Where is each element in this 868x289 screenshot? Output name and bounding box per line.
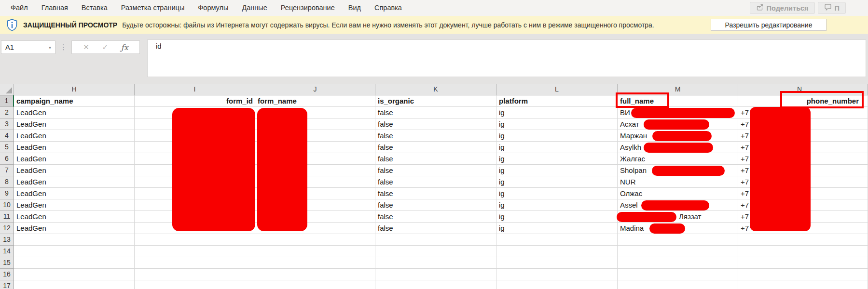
cell-H9[interactable]: LeadGen xyxy=(14,188,135,199)
menu-tab-вставка[interactable]: Вставка xyxy=(75,0,114,16)
cell-J6[interactable] xyxy=(255,153,375,165)
cell-N15[interactable] xyxy=(738,257,861,269)
enter-icon[interactable]: ✓ xyxy=(102,43,109,52)
cell-J2[interactable] xyxy=(255,107,375,118)
cell-I4[interactable] xyxy=(135,130,255,142)
cell-partial-2[interactable] xyxy=(861,107,868,118)
row-header-13[interactable]: 13 xyxy=(0,234,14,246)
cell-I6[interactable] xyxy=(135,153,255,165)
formula-input[interactable]: id xyxy=(147,39,866,77)
cell-H10[interactable]: LeadGen xyxy=(14,199,135,211)
insert-function-icon[interactable]: ƒx xyxy=(121,43,128,52)
cancel-icon[interactable]: ✕ xyxy=(83,43,89,52)
cell-N14[interactable] xyxy=(738,246,861,257)
cell-H16[interactable] xyxy=(14,269,135,280)
cell-L5[interactable]: ig xyxy=(496,142,618,153)
row-header-3[interactable]: 3 xyxy=(0,118,14,130)
cell-L4[interactable]: ig xyxy=(496,130,618,142)
cell-I10[interactable] xyxy=(135,199,255,211)
cell-I9[interactable] xyxy=(135,188,255,199)
cell-L6[interactable]: ig xyxy=(496,153,618,165)
cell-L13[interactable] xyxy=(496,234,618,246)
cell-K12[interactable]: false xyxy=(375,223,496,234)
cell-L8[interactable]: ig xyxy=(496,176,618,188)
cell-H5[interactable]: LeadGen xyxy=(14,142,135,153)
cell-partial-15[interactable] xyxy=(861,257,868,269)
cell-K7[interactable]: false xyxy=(375,165,496,176)
column-header-J[interactable]: J xyxy=(255,84,375,95)
cell-L16[interactable] xyxy=(496,269,618,280)
menu-tab-рецензирование[interactable]: Рецензирование xyxy=(274,0,342,16)
column-header-L[interactable]: L xyxy=(496,84,618,95)
cell-N16[interactable] xyxy=(738,269,861,280)
row-header-7[interactable]: 7 xyxy=(0,165,14,176)
row-header-15[interactable]: 15 xyxy=(0,257,14,269)
cell-K16[interactable] xyxy=(375,269,496,280)
select-all-corner[interactable] xyxy=(0,84,14,95)
cell-K1[interactable]: is_organic xyxy=(375,95,496,107)
cell-N2[interactable]: +7 xyxy=(738,107,861,118)
row-header-8[interactable]: 8 xyxy=(0,176,14,188)
cell-I3[interactable] xyxy=(135,118,255,130)
cell-L12[interactable]: ig xyxy=(496,223,618,234)
cell-J16[interactable] xyxy=(255,269,375,280)
cell-K8[interactable]: false xyxy=(375,176,496,188)
cell-N7[interactable]: +7 xyxy=(738,165,861,176)
cell-N3[interactable]: +7 xyxy=(738,118,861,130)
cell-partial-11[interactable] xyxy=(861,211,868,223)
cell-J15[interactable] xyxy=(255,257,375,269)
cell-K15[interactable] xyxy=(375,257,496,269)
cell-partial-10[interactable] xyxy=(861,199,868,211)
cell-I17[interactable] xyxy=(135,280,255,289)
cell-partial-4[interactable] xyxy=(861,130,868,142)
cell-M16[interactable] xyxy=(618,269,738,280)
cell-L17[interactable] xyxy=(496,280,618,289)
cell-partial-9[interactable] xyxy=(861,188,868,199)
cell-H3[interactable]: LeadGen xyxy=(14,118,135,130)
cell-J12[interactable] xyxy=(255,223,375,234)
cell-L15[interactable] xyxy=(496,257,618,269)
cell-H1[interactable]: campaign_name xyxy=(14,95,135,107)
menu-tab-главная[interactable]: Главная xyxy=(35,0,75,16)
menu-tab-справка[interactable]: Справка xyxy=(368,0,409,16)
row-header-17[interactable]: 17 xyxy=(0,280,14,289)
cell-I2[interactable] xyxy=(135,107,255,118)
cell-L7[interactable]: ig xyxy=(496,165,618,176)
cell-I12[interactable] xyxy=(135,223,255,234)
cell-K9[interactable]: false xyxy=(375,188,496,199)
cell-partial-8[interactable] xyxy=(861,176,868,188)
cell-K2[interactable]: false xyxy=(375,107,496,118)
cell-I15[interactable] xyxy=(135,257,255,269)
cell-K3[interactable]: false xyxy=(375,118,496,130)
cell-H14[interactable] xyxy=(14,246,135,257)
cell-M11[interactable]: Ляззат xyxy=(618,211,738,223)
menu-tab-формулы[interactable]: Формулы xyxy=(191,0,235,16)
row-header-9[interactable]: 9 xyxy=(0,188,14,199)
cell-J9[interactable] xyxy=(255,188,375,199)
cell-N9[interactable]: +7 xyxy=(738,188,861,199)
column-header-K[interactable]: K xyxy=(375,84,496,95)
cell-N11[interactable]: +7 xyxy=(738,211,861,223)
cell-J13[interactable] xyxy=(255,234,375,246)
cell-K17[interactable] xyxy=(375,280,496,289)
row-header-5[interactable]: 5 xyxy=(0,142,14,153)
cell-K11[interactable]: false xyxy=(375,211,496,223)
column-header-M[interactable]: M xyxy=(618,84,738,95)
column-header-partial[interactable] xyxy=(861,84,868,95)
cell-J1[interactable]: form_name xyxy=(255,95,375,107)
cell-partial-3[interactable] xyxy=(861,118,868,130)
cell-M5[interactable]: Asylkh xyxy=(618,142,738,153)
cell-partial-6[interactable] xyxy=(861,153,868,165)
cell-partial-7[interactable] xyxy=(861,165,868,176)
cell-N1[interactable]: phone_number xyxy=(738,95,861,107)
cell-N8[interactable]: +7 xyxy=(738,176,861,188)
column-header-H[interactable]: H xyxy=(14,84,135,95)
row-header-10[interactable]: 10 xyxy=(0,199,14,211)
enable-editing-button[interactable]: Разрешить редактирование xyxy=(711,19,827,31)
cell-L10[interactable]: ig xyxy=(496,199,618,211)
cell-N10[interactable]: +7 xyxy=(738,199,861,211)
cell-N12[interactable]: +7 xyxy=(738,223,861,234)
cell-J10[interactable] xyxy=(255,199,375,211)
row-header-16[interactable]: 16 xyxy=(0,269,14,280)
menu-tab-вид[interactable]: Вид xyxy=(342,0,368,16)
